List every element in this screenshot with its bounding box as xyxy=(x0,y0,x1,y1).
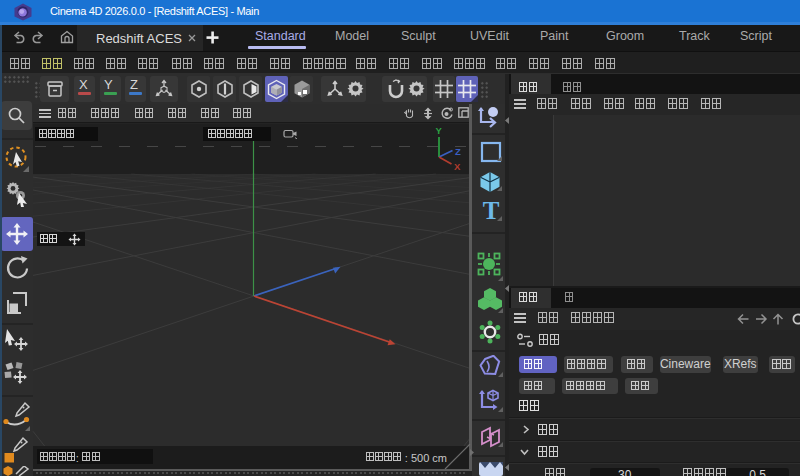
svg-text:Y: Y xyxy=(436,125,443,136)
svg-text:X: X xyxy=(454,161,461,172)
svg-text:Z: Z xyxy=(455,146,461,157)
